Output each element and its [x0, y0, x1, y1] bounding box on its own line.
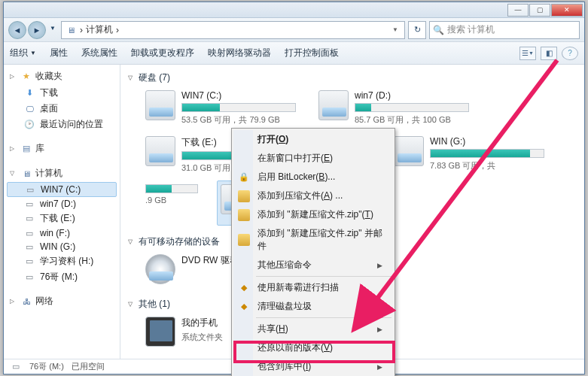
- view-mode-button[interactable]: ☰ ▼: [519, 47, 536, 60]
- submenu-arrow-icon: ▶: [377, 363, 382, 371]
- nav-drive-item[interactable]: ▭WIN7 (C:): [7, 182, 117, 197]
- breadcrumb[interactable]: 🖥 › 计算机 › ▼: [61, 21, 405, 39]
- drive-usage-text: 53.5 GB 可用，共 79.9 GB: [181, 114, 296, 126]
- context-item[interactable]: 包含到库中(I)▶: [233, 357, 393, 376]
- drive-name: WIN7 (C:): [181, 90, 296, 101]
- context-item[interactable]: ◆使用新毒霸进行扫描: [233, 278, 393, 297]
- toolbar: 组织 ▼ 属性 系统属性 卸载或更改程序 映射网络驱动器 打开控制面板 ☰ ▼ …: [4, 42, 584, 65]
- address-bar: ◄ ► ▼ 🖥 › 计算机 › ▼ ↻ 🔍 搜索 计算机: [4, 18, 584, 42]
- drive-icon: ▭: [23, 228, 35, 238]
- star-icon: ★: [20, 71, 32, 82]
- back-button[interactable]: ◄: [8, 21, 26, 39]
- nav-drive-item[interactable]: ▭学习资料 (H:): [4, 253, 120, 269]
- drive-icon: ▭: [23, 241, 35, 252]
- context-label: 添加到 "新建压缩文件.zip"(T): [257, 208, 373, 221]
- desktop-icon: 🖵: [23, 104, 35, 114]
- nav-drive-item[interactable]: ▭WIN (G:): [4, 240, 120, 253]
- drive-item[interactable]: WIN7 (C:)53.5 GB 可用，共 79.9 GB: [142, 86, 300, 129]
- control-panel-button[interactable]: 打开控制面板: [285, 47, 339, 59]
- context-separator: [256, 317, 391, 318]
- nav-history-dropdown[interactable]: ▼: [47, 21, 58, 36]
- recent-icon: 🕑: [23, 120, 35, 130]
- nav-drive-item[interactable]: ▭下载 (E:): [4, 211, 120, 226]
- context-item[interactable]: 添加到 "新建压缩文件.zip" 并邮件: [233, 224, 393, 256]
- nav-favorites[interactable]: ▷★收藏夹: [4, 68, 120, 85]
- breadcrumb-computer[interactable]: 计算机: [86, 23, 113, 36]
- context-item[interactable]: 其他压缩命令▶: [233, 256, 393, 274]
- nav-desktop[interactable]: 🖵桌面: [4, 101, 120, 117]
- computer-icon: 🖥: [65, 25, 77, 35]
- forward-button[interactable]: ►: [28, 21, 46, 39]
- download-icon: ⬇: [23, 88, 35, 99]
- submenu-arrow-icon: ▶: [377, 262, 382, 269]
- context-item[interactable]: 打开(O): [233, 130, 393, 149]
- nav-drive-label: 下载 (E:): [40, 212, 75, 225]
- context-label: 共享(H): [257, 323, 288, 335]
- duba-icon: ◆: [238, 301, 250, 313]
- status-drive: 76哥 (M:): [29, 361, 64, 372]
- uninstall-button[interactable]: 卸载或更改程序: [131, 47, 194, 59]
- drive-icon: ▭: [23, 256, 35, 267]
- nav-drive-label: 76哥 (M:): [40, 271, 78, 284]
- titlebar[interactable]: — ▢ ✕: [4, 2, 584, 18]
- drive-icon: ▭: [10, 362, 22, 372]
- context-item[interactable]: 🔒启用 BitLocker(B)...: [233, 168, 393, 186]
- nav-network[interactable]: ▷🖧网络: [4, 293, 120, 310]
- drive-item[interactable]: win7 (D:)85.7 GB 可用，共 100 GB: [315, 86, 473, 129]
- refresh-button[interactable]: ↻: [408, 21, 426, 39]
- nav-drive-item[interactable]: ▭win7 (D:): [4, 197, 120, 211]
- drive-partial[interactable]: .9 GB: [142, 180, 202, 226]
- nav-downloads[interactable]: ⬇下载: [4, 85, 120, 101]
- drive-usage-bar: [181, 103, 296, 112]
- context-item[interactable]: 添加到压缩文件(A) ...: [233, 186, 393, 205]
- search-input[interactable]: 🔍 搜索 计算机: [429, 21, 580, 39]
- drive-icon: ▭: [24, 184, 36, 195]
- context-label: 添加到压缩文件(A) ...: [257, 190, 343, 202]
- preview-pane-button[interactable]: ◧: [541, 47, 557, 60]
- close-button[interactable]: ✕: [551, 4, 583, 17]
- context-label: 添加到 "新建压缩文件.zip" 并邮件: [257, 227, 382, 253]
- context-item[interactable]: 还原以前的版本(V): [233, 338, 393, 357]
- nav-computer[interactable]: ▽🖥计算机: [4, 165, 120, 182]
- nav-pane: ▷★收藏夹 ⬇下载 🖵桌面 🕑最近访问的位置 ▷▤库 ▽🖥计算机 ▭WIN7 (…: [4, 65, 120, 359]
- phone-icon: [145, 317, 175, 347]
- context-item[interactable]: ◆清理磁盘垃圾: [233, 297, 393, 316]
- nav-drive-item[interactable]: ▭76哥 (M:): [4, 269, 120, 285]
- nav-drive-label: win (F:): [40, 228, 70, 238]
- context-item[interactable]: 在新窗口中打开(E): [233, 149, 393, 168]
- nav-libraries[interactable]: ▷▤库: [4, 140, 120, 157]
- zip-icon: [238, 234, 250, 246]
- duba-icon: ◆: [238, 282, 250, 294]
- drive-item[interactable]: WIN (G:)7.83 GB 可用，共: [390, 132, 548, 177]
- organize-button[interactable]: 组织 ▼: [10, 47, 36, 59]
- drive-icon: ▭: [23, 199, 35, 209]
- drive-usage-text: 85.7 GB 可用，共 100 GB: [355, 114, 469, 126]
- hdd-icon: [145, 136, 175, 166]
- section-hdd[interactable]: ▽硬盘 (7): [128, 69, 577, 86]
- context-label: 打开(O): [257, 133, 288, 146]
- help-button[interactable]: ?: [562, 47, 578, 60]
- drive-name: win7 (D:): [355, 90, 469, 101]
- context-label: 还原以前的版本(V): [257, 341, 333, 354]
- drive-name: WIN (G:): [430, 136, 544, 147]
- maximize-button[interactable]: ▢: [529, 4, 550, 17]
- context-item[interactable]: 共享(H)▶: [233, 320, 393, 338]
- drive-usage-bar: [430, 149, 544, 158]
- nav-drive-item[interactable]: ▭win (F:): [4, 226, 120, 240]
- context-label: 使用新毒霸进行扫描: [257, 281, 339, 294]
- breadcrumb-sep: ›: [80, 25, 83, 35]
- nav-recent[interactable]: 🕑最近访问的位置: [4, 117, 120, 132]
- minimize-button[interactable]: —: [507, 4, 529, 17]
- properties-button[interactable]: 属性: [50, 47, 68, 59]
- context-label: 其他压缩命令: [257, 259, 312, 271]
- system-properties-button[interactable]: 系统属性: [81, 47, 117, 59]
- breadcrumb-dropdown[interactable]: ▼: [392, 26, 398, 33]
- library-icon: ▤: [20, 144, 32, 154]
- map-drive-button[interactable]: 映射网络驱动器: [208, 47, 271, 59]
- context-item[interactable]: 添加到 "新建压缩文件.zip"(T): [233, 205, 393, 224]
- context-separator: [256, 276, 391, 277]
- nav-drive-label: 学习资料 (H:): [40, 255, 93, 268]
- context-menu: 打开(O)在新窗口中打开(E)🔒启用 BitLocker(B)...添加到压缩文…: [231, 128, 395, 376]
- nav-drive-label: WIN (G:): [40, 241, 75, 252]
- hdd-icon: [145, 90, 175, 120]
